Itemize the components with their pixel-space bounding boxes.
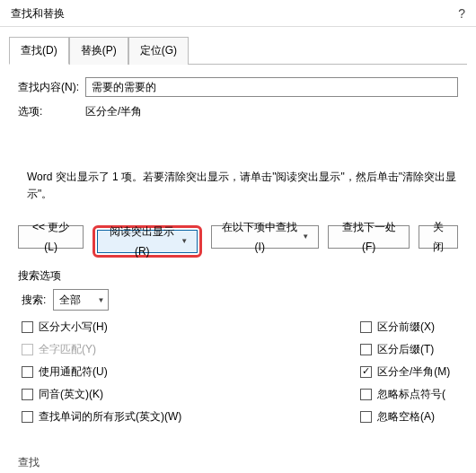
find-in-label: 在以下项中查找(I) xyxy=(221,217,298,257)
reading-highlight-button[interactable]: 阅读突出显示(R) ▼ xyxy=(97,230,198,253)
chevron-down-icon: ▼ xyxy=(302,227,309,247)
checkbox-label: 查找单词的所有形式(英文)(W) xyxy=(39,409,181,425)
tab-replace[interactable]: 替换(P) xyxy=(69,37,128,65)
check-sounds-like[interactable]: 同音(英文)(K) xyxy=(22,387,360,402)
checkbox-icon xyxy=(360,344,372,355)
check-punct[interactable]: 忽略标点符号( xyxy=(360,387,454,402)
tab-find[interactable]: 查找(D) xyxy=(9,37,69,65)
tab-goto[interactable]: 定位(G) xyxy=(128,37,189,65)
checkbox-icon xyxy=(22,366,33,378)
checkbox-label: 区分前缀(X) xyxy=(377,320,435,335)
check-whole-word: 全字匹配(Y) xyxy=(22,342,360,357)
options-value: 区分全/半角 xyxy=(85,104,142,119)
reading-highlight-label: 阅读突出显示(R) xyxy=(107,222,177,261)
checkbox-label: 区分全/半角(M) xyxy=(377,364,450,380)
checkbox-icon xyxy=(360,366,372,378)
checkbox-icon xyxy=(360,321,372,333)
less-button[interactable]: << 更少(L) xyxy=(18,225,84,249)
check-suffix[interactable]: 区分后缀(T) xyxy=(360,342,454,357)
search-options-label: 搜索选项 xyxy=(0,268,476,284)
find-in-button[interactable]: 在以下项中查找(I) ▼ xyxy=(211,225,319,249)
options-label: 选项: xyxy=(18,104,85,119)
checkbox-label: 同音(英文)(K) xyxy=(39,387,103,402)
help-button[interactable]: ? xyxy=(458,0,465,27)
check-match-case[interactable]: 区分大小写(H) xyxy=(22,320,360,335)
check-space[interactable]: 忽略空格(A) xyxy=(360,409,454,425)
checkbox-icon xyxy=(360,389,372,400)
status-message: Word 突出显示了 1 项。若要清除突出显示，请单击"阅读突出显示"，然后单击… xyxy=(27,169,458,203)
search-direction-label: 搜索: xyxy=(22,293,46,308)
chevron-down-icon: ▼ xyxy=(97,296,104,304)
checkbox-label: 使用通配符(U) xyxy=(39,364,108,380)
find-next-button[interactable]: 查找下一处(F) xyxy=(328,225,410,249)
dialog-title: 查找和替换 xyxy=(11,0,65,27)
search-direction-select[interactable]: 全部 ▼ xyxy=(53,289,109,311)
close-button[interactable]: 关闭 xyxy=(419,225,458,249)
check-all-forms[interactable]: 查找单词的所有形式(英文)(W) xyxy=(22,409,360,425)
checkbox-icon xyxy=(360,411,372,423)
checkbox-label: 区分后缀(T) xyxy=(377,342,434,357)
find-content-input[interactable] xyxy=(85,77,458,97)
checkbox-label: 全字匹配(Y) xyxy=(39,342,96,357)
check-prefix[interactable]: 区分前缀(X) xyxy=(360,320,454,335)
checkbox-icon xyxy=(22,411,33,423)
checkbox-label: 区分大小写(H) xyxy=(39,320,108,335)
footer-find-label: 查找 xyxy=(18,455,40,470)
checkbox-icon xyxy=(22,321,33,333)
checkbox-icon xyxy=(22,389,33,400)
check-width[interactable]: 区分全/半角(M) xyxy=(360,364,454,380)
checkbox-label: 忽略空格(A) xyxy=(377,409,435,425)
check-wildcards[interactable]: 使用通配符(U) xyxy=(22,364,360,380)
checkbox-icon xyxy=(22,344,33,355)
search-direction-value: 全部 xyxy=(59,293,81,308)
checkbox-label: 忽略标点符号( xyxy=(377,387,445,402)
highlight-callout: 阅读突出显示(R) ▼ xyxy=(93,225,202,258)
chevron-down-icon: ▼ xyxy=(181,232,188,251)
find-content-label: 查找内容(N): xyxy=(18,80,85,95)
